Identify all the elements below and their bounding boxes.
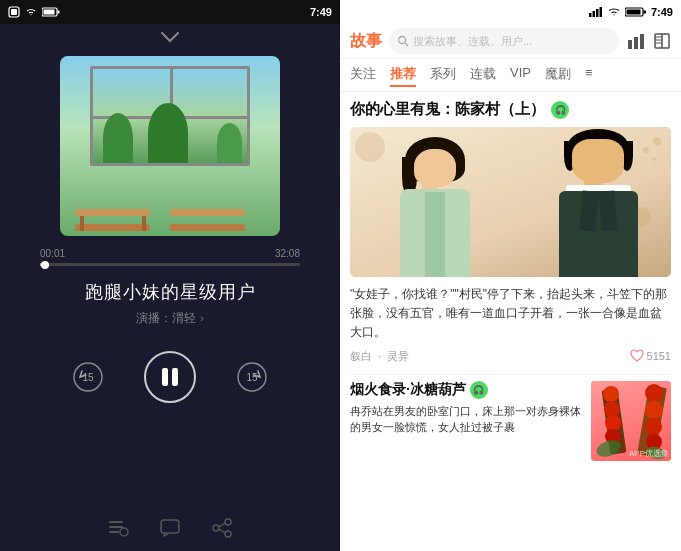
right-time: 7:49: [651, 6, 673, 18]
right-header: 故事 搜索故事、连载、用户...: [340, 24, 681, 59]
story1-meta: 叙白 · 灵异 5151: [350, 349, 671, 364]
story2-badge: 🎧: [470, 381, 488, 399]
svg-rect-15: [161, 520, 179, 533]
playlist-icon[interactable]: [107, 517, 129, 539]
story2-cover[interactable]: APP优选集: [591, 381, 671, 461]
svg-line-19: [219, 523, 225, 527]
forward-button[interactable]: 15: [236, 361, 268, 393]
pause-button[interactable]: [144, 351, 196, 403]
svg-rect-4: [44, 10, 55, 15]
track-author: 演播：渭轻 ›: [136, 310, 203, 327]
svg-point-18: [225, 531, 231, 537]
right-panel: 7:49 故事 搜索故事、连载、用户...: [340, 0, 681, 551]
app-logo: 故事: [350, 31, 381, 52]
cover-watermark: APP优选集: [629, 448, 669, 459]
svg-point-28: [399, 37, 406, 44]
svg-rect-26: [643, 11, 646, 14]
divider: [350, 374, 671, 375]
phone-icon: [8, 6, 20, 18]
story1-tags: 叙白 · 灵异: [350, 349, 409, 364]
comment-icon[interactable]: [159, 517, 181, 539]
nav-tabs: 关注 推荐 系列 连载 VIP 魔剧 ≡: [340, 59, 681, 92]
left-status-bar: 7:49: [0, 0, 340, 24]
rewind-button[interactable]: 15: [72, 361, 104, 393]
battery-icon-right: [625, 7, 647, 17]
tab-lianzai[interactable]: 连载: [470, 63, 496, 87]
left-panel: 7:49 00:01 32:08: [0, 0, 340, 551]
search-bar[interactable]: 搜索故事、连载、用户...: [389, 28, 619, 54]
bottom-bar: [0, 511, 340, 551]
collapse-arrow[interactable]: [160, 30, 180, 46]
story2-title: 烟火食录·冰糖葫芦: [350, 381, 466, 399]
svg-rect-22: [592, 11, 595, 17]
header-right-icons: [627, 32, 671, 50]
tab-tuijian[interactable]: 推荐: [390, 63, 416, 87]
like-number: 5151: [647, 350, 671, 362]
svg-rect-11: [109, 521, 123, 523]
tab-vip[interactable]: VIP: [510, 63, 531, 87]
story1-title: 你的心里有鬼：陈家村（上）: [350, 100, 545, 119]
book-icon[interactable]: [653, 32, 671, 50]
svg-text:15: 15: [82, 372, 94, 383]
search-placeholder: 搜索故事、连载、用户...: [413, 34, 532, 49]
svg-line-20: [219, 529, 225, 533]
chart-icon[interactable]: [627, 32, 645, 50]
story1-excerpt: "女娃子，你找谁？""村民"停了下来，抬起头来，斗笠下的那张脸，没有五官，唯有一…: [350, 285, 671, 343]
svg-line-29: [405, 43, 408, 46]
current-time: 00:01: [40, 248, 65, 259]
battery-icon: [42, 7, 60, 17]
content-area: 你的心里有鬼：陈家村（上） 🎧: [340, 92, 681, 551]
album-art: [60, 56, 280, 236]
svg-rect-12: [109, 526, 123, 528]
share-icon[interactable]: [211, 517, 233, 539]
svg-rect-30: [628, 40, 632, 49]
tab-more[interactable]: ≡: [585, 63, 593, 87]
svg-rect-21: [589, 13, 592, 17]
window-frame: [90, 66, 250, 166]
story1-badge: 🎧: [551, 101, 569, 119]
wifi-icon-right: [607, 7, 621, 17]
tag-genre: 灵异: [387, 349, 409, 364]
left-status-icons: [8, 6, 60, 18]
progress-track[interactable]: [40, 263, 300, 266]
svg-rect-23: [596, 9, 599, 17]
author-label: 演播：渭轻: [136, 310, 196, 327]
story2-title-row: 烟火食录·冰糖葫芦 🎧: [350, 381, 583, 399]
signal-icon: [589, 7, 603, 17]
svg-rect-27: [626, 10, 640, 15]
time-labels: 00:01 32:08: [40, 248, 300, 259]
heart-icon: [630, 349, 644, 363]
story2-excerpt: 冉乔站在男友的卧室门口，床上那一对赤身裸体的男女一脸惊慌，女人扯过被子裹: [350, 403, 583, 436]
story2-section: 烟火食录·冰糖葫芦 🎧 冉乔站在男友的卧室门口，床上那一对赤身裸体的男女一脸惊慌…: [350, 381, 671, 461]
svg-rect-1: [11, 9, 17, 15]
tab-moju[interactable]: 魔剧: [545, 63, 571, 87]
svg-rect-8: [172, 368, 178, 386]
tag-separator: ·: [378, 350, 381, 362]
story1-cover[interactable]: [350, 127, 671, 277]
search-icon: [397, 35, 409, 47]
left-time: 7:49: [310, 6, 332, 18]
tab-xilie[interactable]: 系列: [430, 63, 456, 87]
progress-bar[interactable]: 00:01 32:08: [40, 248, 300, 266]
svg-rect-32: [640, 34, 644, 49]
right-status-bar: 7:49: [340, 0, 681, 24]
svg-rect-31: [634, 37, 638, 49]
total-time: 32:08: [275, 248, 300, 259]
author-arrow[interactable]: ›: [200, 313, 203, 324]
tag-label: 叙白: [350, 349, 372, 364]
progress-dot: [41, 261, 49, 269]
like-count[interactable]: 5151: [630, 349, 671, 363]
svg-point-14: [120, 528, 128, 536]
svg-point-16: [225, 519, 231, 525]
wifi-icon: [24, 7, 38, 17]
svg-rect-3: [58, 11, 60, 14]
tab-guanzhu[interactable]: 关注: [350, 63, 376, 87]
svg-rect-7: [162, 368, 168, 386]
story1-title-row: 你的心里有鬼：陈家村（上） 🎧: [350, 100, 671, 119]
track-title: 跑腿小妹的星级用户: [85, 280, 256, 304]
svg-text:15: 15: [246, 372, 258, 383]
story2-text: 烟火食录·冰糖葫芦 🎧 冉乔站在男友的卧室门口，床上那一对赤身裸体的男女一脸惊慌…: [350, 381, 583, 461]
svg-rect-13: [109, 531, 119, 533]
controls-row: 15 15: [72, 351, 268, 403]
svg-rect-24: [599, 7, 602, 17]
